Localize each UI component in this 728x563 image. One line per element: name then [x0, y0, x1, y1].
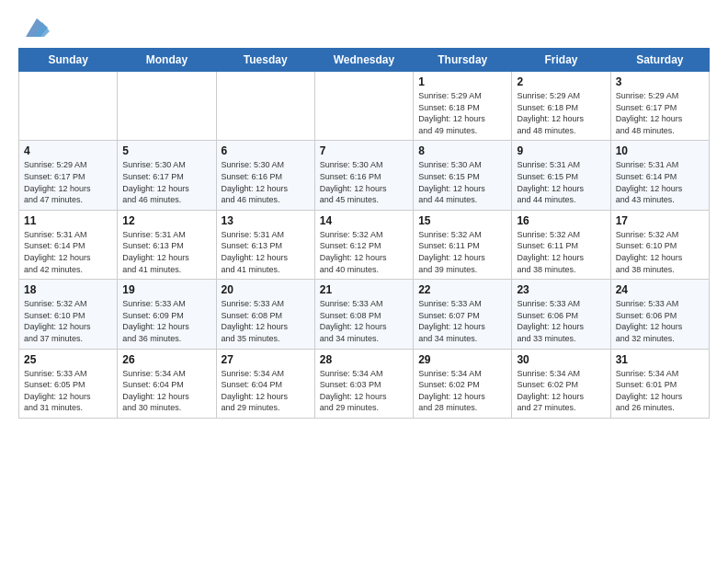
day-info: Sunrise: 5:33 AM Sunset: 6:08 PM Dayligh… [320, 298, 408, 344]
day-number: 11 [24, 214, 112, 227]
day-number: 14 [320, 214, 408, 227]
empty-cell [216, 72, 314, 141]
day-number: 23 [517, 283, 605, 296]
day-number: 24 [616, 283, 704, 296]
calendar-week-2: 4Sunrise: 5:29 AM Sunset: 6:17 PM Daylig… [19, 141, 710, 210]
day-info: Sunrise: 5:33 AM Sunset: 6:09 PM Dayligh… [122, 298, 210, 344]
empty-cell [118, 72, 216, 141]
day-header-monday: Monday [118, 49, 216, 72]
calendar-day-2: 2Sunrise: 5:29 AM Sunset: 6:18 PM Daylig… [512, 72, 610, 141]
calendar-day-21: 21Sunrise: 5:33 AM Sunset: 6:08 PM Dayli… [314, 280, 413, 349]
day-number: 18 [24, 283, 112, 296]
day-number: 25 [24, 353, 112, 366]
day-number: 16 [517, 214, 605, 227]
calendar-day-9: 9Sunrise: 5:31 AM Sunset: 6:15 PM Daylig… [512, 141, 610, 210]
day-info: Sunrise: 5:31 AM Sunset: 6:13 PM Dayligh… [122, 229, 210, 275]
page-header [18, 15, 710, 40]
day-header-thursday: Thursday [414, 49, 512, 72]
calendar-day-6: 6Sunrise: 5:30 AM Sunset: 6:16 PM Daylig… [216, 141, 314, 210]
day-info: Sunrise: 5:33 AM Sunset: 6:06 PM Dayligh… [616, 298, 704, 344]
calendar-day-27: 27Sunrise: 5:34 AM Sunset: 6:04 PM Dayli… [216, 349, 314, 418]
logo [18, 15, 51, 40]
day-number: 21 [320, 283, 408, 296]
day-header-wednesday: Wednesday [314, 49, 413, 72]
calendar-day-16: 16Sunrise: 5:32 AM Sunset: 6:11 PM Dayli… [512, 210, 610, 279]
calendar-day-30: 30Sunrise: 5:34 AM Sunset: 6:02 PM Dayli… [512, 349, 610, 418]
day-info: Sunrise: 5:32 AM Sunset: 6:11 PM Dayligh… [517, 229, 605, 275]
empty-cell [314, 72, 413, 141]
day-info: Sunrise: 5:31 AM Sunset: 6:14 PM Dayligh… [616, 159, 704, 205]
calendar-day-20: 20Sunrise: 5:33 AM Sunset: 6:08 PM Dayli… [216, 280, 314, 349]
day-info: Sunrise: 5:33 AM Sunset: 6:08 PM Dayligh… [222, 298, 310, 344]
day-info: Sunrise: 5:31 AM Sunset: 6:13 PM Dayligh… [222, 229, 310, 275]
day-header-saturday: Saturday [610, 49, 709, 72]
day-header-sunday: Sunday [19, 49, 118, 72]
day-number: 31 [616, 353, 704, 366]
day-info: Sunrise: 5:32 AM Sunset: 6:12 PM Dayligh… [320, 229, 408, 275]
calendar-day-28: 28Sunrise: 5:34 AM Sunset: 6:03 PM Dayli… [314, 349, 413, 418]
day-info: Sunrise: 5:34 AM Sunset: 6:02 PM Dayligh… [418, 368, 506, 414]
day-number: 19 [122, 283, 210, 296]
calendar-day-26: 26Sunrise: 5:34 AM Sunset: 6:04 PM Dayli… [118, 349, 216, 418]
day-info: Sunrise: 5:32 AM Sunset: 6:10 PM Dayligh… [24, 298, 112, 344]
calendar-day-18: 18Sunrise: 5:32 AM Sunset: 6:10 PM Dayli… [19, 280, 118, 349]
calendar-day-22: 22Sunrise: 5:33 AM Sunset: 6:07 PM Dayli… [414, 280, 512, 349]
day-info: Sunrise: 5:34 AM Sunset: 6:03 PM Dayligh… [320, 368, 408, 414]
day-number: 15 [418, 214, 506, 227]
day-info: Sunrise: 5:29 AM Sunset: 6:18 PM Dayligh… [418, 90, 506, 136]
day-number: 26 [122, 353, 210, 366]
day-info: Sunrise: 5:30 AM Sunset: 6:16 PM Dayligh… [222, 159, 310, 205]
day-info: Sunrise: 5:32 AM Sunset: 6:10 PM Dayligh… [616, 229, 704, 275]
calendar-day-23: 23Sunrise: 5:33 AM Sunset: 6:06 PM Dayli… [512, 280, 610, 349]
day-headers-row: SundayMondayTuesdayWednesdayThursdayFrid… [19, 49, 710, 72]
day-number: 28 [320, 353, 408, 366]
day-header-tuesday: Tuesday [216, 49, 314, 72]
day-info: Sunrise: 5:30 AM Sunset: 6:17 PM Dayligh… [122, 159, 210, 205]
day-info: Sunrise: 5:33 AM Sunset: 6:06 PM Dayligh… [517, 298, 605, 344]
calendar-week-5: 25Sunrise: 5:33 AM Sunset: 6:05 PM Dayli… [19, 349, 710, 418]
day-info: Sunrise: 5:29 AM Sunset: 6:17 PM Dayligh… [616, 90, 704, 136]
day-info: Sunrise: 5:33 AM Sunset: 6:05 PM Dayligh… [24, 368, 112, 414]
day-number: 1 [418, 75, 506, 88]
calendar-day-31: 31Sunrise: 5:34 AM Sunset: 6:01 PM Dayli… [610, 349, 709, 418]
day-number: 12 [122, 214, 210, 227]
day-number: 13 [222, 214, 310, 227]
calendar-day-7: 7Sunrise: 5:30 AM Sunset: 6:16 PM Daylig… [314, 141, 413, 210]
calendar-day-8: 8Sunrise: 5:30 AM Sunset: 6:15 PM Daylig… [414, 141, 512, 210]
day-number: 2 [517, 75, 605, 88]
day-info: Sunrise: 5:30 AM Sunset: 6:15 PM Dayligh… [418, 159, 506, 205]
calendar-day-19: 19Sunrise: 5:33 AM Sunset: 6:09 PM Dayli… [118, 280, 216, 349]
day-number: 17 [616, 214, 704, 227]
calendar-day-3: 3Sunrise: 5:29 AM Sunset: 6:17 PM Daylig… [610, 72, 709, 141]
day-info: Sunrise: 5:30 AM Sunset: 6:16 PM Dayligh… [320, 159, 408, 205]
day-number: 6 [222, 144, 310, 157]
day-info: Sunrise: 5:29 AM Sunset: 6:18 PM Dayligh… [517, 90, 605, 136]
day-info: Sunrise: 5:34 AM Sunset: 6:04 PM Dayligh… [222, 368, 310, 414]
calendar-header: SundayMondayTuesdayWednesdayThursdayFrid… [19, 49, 710, 72]
calendar-day-4: 4Sunrise: 5:29 AM Sunset: 6:17 PM Daylig… [19, 141, 118, 210]
calendar-week-1: 1Sunrise: 5:29 AM Sunset: 6:18 PM Daylig… [19, 72, 710, 141]
calendar-day-10: 10Sunrise: 5:31 AM Sunset: 6:14 PM Dayli… [610, 141, 709, 210]
calendar-day-1: 1Sunrise: 5:29 AM Sunset: 6:18 PM Daylig… [414, 72, 512, 141]
day-info: Sunrise: 5:31 AM Sunset: 6:14 PM Dayligh… [24, 229, 112, 275]
day-number: 27 [222, 353, 310, 366]
day-number: 3 [616, 75, 704, 88]
calendar-day-5: 5Sunrise: 5:30 AM Sunset: 6:17 PM Daylig… [118, 141, 216, 210]
day-number: 8 [418, 144, 506, 157]
day-number: 30 [517, 353, 605, 366]
calendar-day-29: 29Sunrise: 5:34 AM Sunset: 6:02 PM Dayli… [414, 349, 512, 418]
day-info: Sunrise: 5:34 AM Sunset: 6:01 PM Dayligh… [616, 368, 704, 414]
day-number: 20 [222, 283, 310, 296]
day-number: 10 [616, 144, 704, 157]
calendar-table: SundayMondayTuesdayWednesdayThursdayFrid… [18, 48, 710, 419]
day-number: 29 [418, 353, 506, 366]
calendar-day-12: 12Sunrise: 5:31 AM Sunset: 6:13 PM Dayli… [118, 210, 216, 279]
calendar-day-11: 11Sunrise: 5:31 AM Sunset: 6:14 PM Dayli… [19, 210, 118, 279]
calendar-day-15: 15Sunrise: 5:32 AM Sunset: 6:11 PM Dayli… [414, 210, 512, 279]
empty-cell [19, 72, 118, 141]
calendar-body: 1Sunrise: 5:29 AM Sunset: 6:18 PM Daylig… [19, 72, 710, 419]
calendar-day-14: 14Sunrise: 5:32 AM Sunset: 6:12 PM Dayli… [314, 210, 413, 279]
calendar-week-3: 11Sunrise: 5:31 AM Sunset: 6:14 PM Dayli… [19, 210, 710, 279]
day-info: Sunrise: 5:34 AM Sunset: 6:02 PM Dayligh… [517, 368, 605, 414]
calendar-day-13: 13Sunrise: 5:31 AM Sunset: 6:13 PM Dayli… [216, 210, 314, 279]
